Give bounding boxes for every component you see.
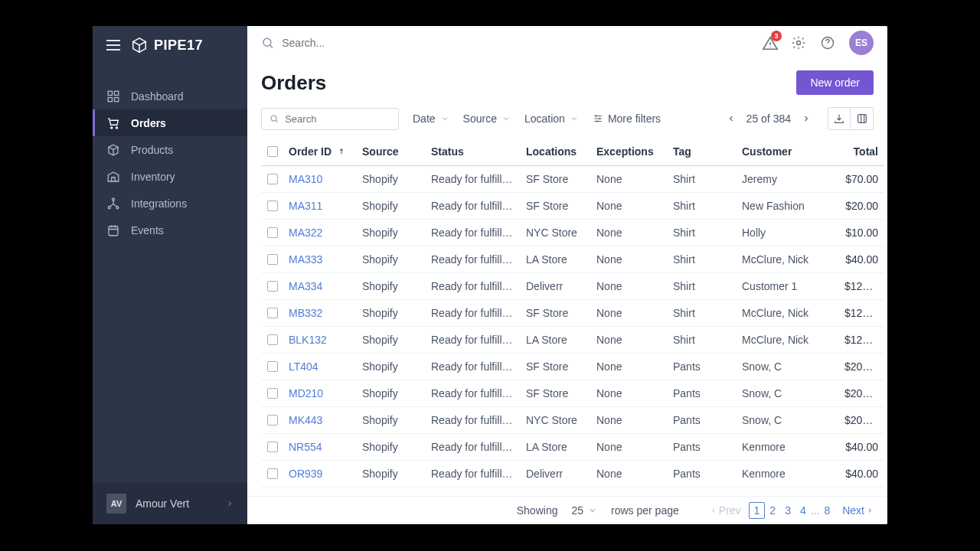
- page-number[interactable]: 2: [765, 503, 780, 518]
- table-row[interactable]: MD210 Shopify Ready for fulfillment SF S…: [261, 380, 884, 407]
- row-checkbox[interactable]: [267, 361, 278, 372]
- col-exceptions[interactable]: Exceptions: [590, 138, 667, 166]
- columns-button[interactable]: [851, 107, 874, 130]
- cell-total: $120.00: [838, 300, 884, 327]
- row-checkbox[interactable]: [267, 442, 278, 452]
- nav-label: Inventory: [131, 171, 175, 183]
- table-row[interactable]: MA322 Shopify Ready for fulfillment NYC …: [261, 220, 884, 246]
- rows-per-page[interactable]: Showing 25 rows per page: [517, 504, 679, 517]
- table-row[interactable]: MK443 Shopify Ready for fulfillment NYC …: [261, 407, 884, 434]
- brand-logo: PIPE17: [131, 37, 203, 54]
- cell-tag: Pants: [667, 354, 736, 380]
- global-search-input[interactable]: [282, 37, 751, 49]
- cell-order-id[interactable]: MA310: [283, 166, 356, 193]
- page-number[interactable]: 4: [795, 503, 811, 518]
- new-order-button[interactable]: New order: [796, 70, 874, 95]
- cell-customer: Customer 1: [736, 273, 838, 300]
- page-number[interactable]: 1: [749, 502, 766, 519]
- cell-order-id[interactable]: MA311: [283, 193, 356, 220]
- table-search[interactable]: [261, 108, 399, 130]
- global-search[interactable]: [261, 36, 751, 50]
- nav-label: Integrations: [131, 197, 187, 210]
- cell-order-id[interactable]: MA322: [283, 220, 356, 246]
- row-checkbox[interactable]: [267, 468, 278, 479]
- table-row[interactable]: OR939 Shopify Ready for fulfillment Deli…: [261, 461, 884, 487]
- col-locations[interactable]: Locations: [520, 138, 590, 166]
- row-checkbox[interactable]: [267, 334, 278, 345]
- org-name: Amour Vert: [136, 497, 189, 510]
- table-search-input[interactable]: [285, 113, 390, 125]
- table-row[interactable]: MA310 Shopify Ready for fulfillment SF S…: [261, 166, 884, 193]
- sidebar-item-orders[interactable]: Orders: [93, 109, 247, 136]
- cell-total: $200.00: [838, 380, 884, 407]
- help-button[interactable]: [820, 35, 835, 51]
- nav-label: Orders: [131, 117, 166, 129]
- sidebar-item-events[interactable]: Events: [93, 217, 247, 243]
- table-row[interactable]: MA311 Shopify Ready for fulfillment SF S…: [261, 193, 884, 220]
- row-checkbox[interactable]: [267, 308, 278, 318]
- row-checkbox[interactable]: [267, 227, 278, 238]
- filter-more[interactable]: More filters: [593, 112, 661, 125]
- table-row[interactable]: LT404 Shopify Ready for fulfillment SF S…: [261, 354, 884, 380]
- cell-order-id[interactable]: MD210: [283, 380, 356, 407]
- row-checkbox[interactable]: [267, 201, 278, 211]
- alerts-button[interactable]: 3: [762, 35, 777, 51]
- cell-total: $40.00: [838, 246, 884, 273]
- row-checkbox[interactable]: [267, 388, 278, 399]
- org-switcher[interactable]: AV Amour Vert: [93, 483, 247, 524]
- settings-button[interactable]: [791, 35, 806, 51]
- table-row[interactable]: MA333 Shopify Ready for fulfillment LA S…: [261, 246, 884, 273]
- sidebar-item-products[interactable]: Products: [93, 136, 247, 163]
- row-checkbox[interactable]: [267, 415, 278, 425]
- user-avatar[interactable]: ES: [849, 31, 874, 55]
- cell-order-id[interactable]: MA333: [283, 246, 356, 273]
- menu-toggle-icon[interactable]: [106, 40, 120, 51]
- page-number[interactable]: 8: [819, 503, 835, 518]
- cell-order-id[interactable]: MK443: [283, 407, 356, 434]
- col-status[interactable]: Status: [425, 138, 520, 166]
- cell-source: Shopify: [356, 193, 425, 220]
- row-checkbox[interactable]: [267, 281, 278, 292]
- cell-exception: None: [590, 461, 667, 487]
- table-row[interactable]: MB332 Shopify Ready for fulfillment SF S…: [261, 300, 884, 327]
- cell-customer: New Fashion: [736, 193, 838, 220]
- cell-order-id[interactable]: LT404: [283, 354, 356, 380]
- col-order-id[interactable]: Order ID: [283, 138, 356, 166]
- cell-exception: None: [590, 327, 667, 354]
- filter-location[interactable]: Location: [524, 112, 579, 125]
- col-source[interactable]: Source: [356, 138, 425, 166]
- cell-exception: None: [590, 354, 667, 380]
- row-checkbox[interactable]: [267, 254, 278, 265]
- svg-rect-1: [115, 91, 119, 95]
- table-row[interactable]: MA334 Shopify Ready for fulfillment Deli…: [261, 273, 884, 300]
- table-row[interactable]: BLK132 Shopify Ready for fulfillment LA …: [261, 327, 884, 354]
- col-total[interactable]: Total: [838, 138, 884, 166]
- cell-order-id[interactable]: OR939: [283, 461, 356, 487]
- cell-exception: None: [590, 193, 667, 220]
- page-number[interactable]: 3: [780, 503, 795, 518]
- range-next[interactable]: [799, 110, 814, 127]
- col-tag[interactable]: Tag: [667, 138, 736, 166]
- org-badge: AV: [106, 494, 126, 514]
- range-prev[interactable]: [724, 110, 739, 127]
- cell-order-id[interactable]: MB332: [283, 300, 356, 327]
- cell-order-id[interactable]: MA334: [283, 273, 356, 300]
- export-button[interactable]: [828, 107, 851, 130]
- cell-customer: Snow, C: [736, 380, 838, 407]
- cell-order-id[interactable]: BLK132: [283, 327, 356, 354]
- sidebar-item-inventory[interactable]: Inventory: [93, 163, 247, 190]
- sidebar-item-integrations[interactable]: Integrations: [93, 190, 247, 217]
- grid-icon: [106, 90, 120, 103]
- sidebar-item-dashboard[interactable]: Dashboard: [93, 83, 247, 109]
- table-row[interactable]: NR554 Shopify Ready for fulfillment LA S…: [261, 434, 884, 461]
- cell-order-id[interactable]: NR554: [283, 434, 356, 461]
- search-icon: [261, 36, 274, 50]
- row-checkbox[interactable]: [267, 174, 278, 184]
- page-next[interactable]: Next: [842, 504, 874, 517]
- filter-date[interactable]: Date: [413, 112, 449, 125]
- cell-tag: Pants: [667, 380, 736, 407]
- cell-tag: Shirt: [667, 193, 736, 220]
- col-customer[interactable]: Customer: [736, 138, 838, 166]
- filter-source[interactable]: Source: [463, 112, 511, 125]
- select-all-checkbox[interactable]: [267, 146, 278, 157]
